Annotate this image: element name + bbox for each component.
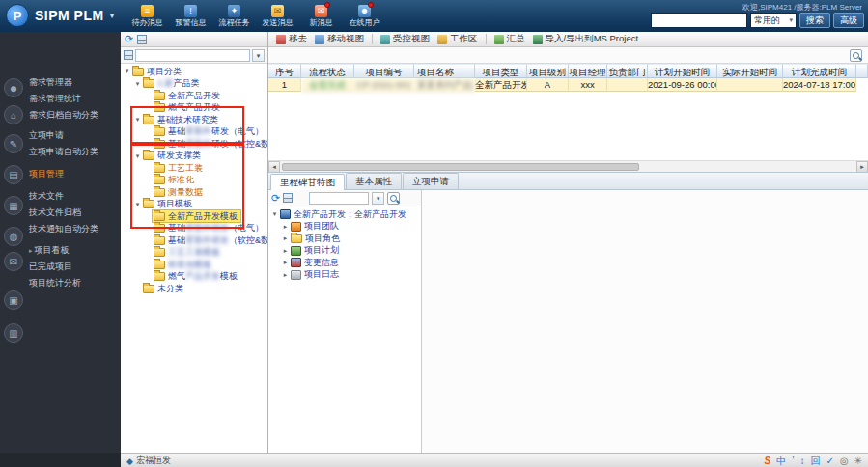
sidebar-item-project-apply-class[interactable]: 立项申请自动分类: [29, 144, 121, 160]
card-icon[interactable]: ▥: [4, 323, 23, 343]
col-header-level[interactable]: 项目级别: [527, 64, 569, 78]
expand-arrow-icon[interactable]: [281, 247, 290, 255]
sidebar-item-finished-projects[interactable]: 已完成项目: [29, 259, 121, 275]
tree-item[interactable]: 工艺工装模板: [121, 247, 267, 260]
tree-item-roles[interactable]: 项目角色: [268, 233, 421, 245]
col-header-plan-start[interactable]: 计划开始时间: [648, 64, 717, 78]
process-tasks-button[interactable]: ✦ 流程任务: [212, 0, 256, 32]
modules-icon[interactable]: ▤: [4, 165, 23, 184]
tree-item-plan[interactable]: 项目计划: [268, 245, 421, 258]
filter-grid-icon[interactable]: [124, 50, 133, 60]
refresh-icon[interactable]: ⟳: [271, 193, 280, 204]
ime-punctuation-icon[interactable]: ’: [792, 456, 794, 466]
tree-item[interactable]: 1:新产品类: [121, 78, 267, 91]
edit-icon[interactable]: ✎: [4, 134, 23, 153]
tree-item-root[interactable]: 项目分类: [121, 66, 267, 78]
expand-arrow-icon[interactable]: [133, 152, 142, 160]
database-icon[interactable]: ▦: [4, 196, 23, 215]
ime-logo-icon[interactable]: S: [765, 456, 771, 466]
sidebar-item-requirement-stats[interactable]: 需求管理统计: [29, 91, 121, 107]
todo-messages-button[interactable]: ≡ 待办消息: [126, 0, 169, 32]
tree-item-team[interactable]: 项目团队: [268, 221, 421, 234]
workspace-button[interactable]: 工作区: [437, 33, 478, 45]
tree-item[interactable]: 未分类: [121, 283, 267, 295]
chevron-down-icon[interactable]: ▾: [252, 49, 265, 62]
advanced-search-button[interactable]: 高级: [833, 13, 864, 28]
tree-search-input[interactable]: [135, 49, 250, 62]
alert-info-button[interactable]: ! 预警信息: [169, 0, 212, 32]
search-button[interactable]: 搜索: [799, 13, 830, 28]
scroll-right-icon[interactable]: ▸: [856, 161, 868, 173]
view-grid-icon[interactable]: [137, 35, 147, 44]
sidebar-item-project-board[interactable]: 项目看板: [29, 242, 121, 259]
col-header-type[interactable]: 项目类型: [475, 64, 527, 78]
sidebar-item-tech-notice-class[interactable]: 技术通知自动分类: [29, 221, 121, 237]
msproject-import-export-button[interactable]: 导入/导出到MS Project: [533, 33, 639, 45]
chevron-down-icon[interactable]: ▾: [110, 11, 115, 20]
sidebar-item-requirement-manager[interactable]: 需求管理器: [29, 74, 121, 91]
tab-milestone-gantt[interactable]: 里程碑甘特图: [270, 174, 345, 190]
view-grid-icon[interactable]: [283, 193, 293, 203]
ime-fullwidth-icon[interactable]: ↕: [799, 456, 804, 466]
tree-item[interactable]: 工艺工装: [121, 162, 267, 175]
globe-icon[interactable]: ◍: [4, 227, 23, 246]
sidebar-item-tech-docs[interactable]: 技术文件: [29, 188, 121, 205]
tree-item[interactable]: 研发支撑类: [121, 151, 267, 163]
tree-item-log[interactable]: 项目日志: [268, 269, 421, 282]
tree-item[interactable]: 标准化: [121, 175, 267, 187]
tab-project-apply[interactable]: 立项申请: [403, 173, 459, 189]
new-messages-button[interactable]: ✉ 新消息: [299, 0, 343, 32]
sidebar-item-project-management[interactable]: 项目管理: [29, 166, 121, 182]
col-header-status[interactable]: 流程状态: [301, 64, 354, 78]
ime-skin-icon[interactable]: ◎: [840, 456, 849, 466]
expand-arrow-icon[interactable]: [133, 201, 142, 208]
col-header-actual-start[interactable]: 实际开始时间: [717, 64, 783, 78]
tree-item[interactable]: 燃气产品开发模板: [121, 271, 267, 284]
remove-button[interactable]: 移去: [276, 33, 307, 45]
search-icon[interactable]: [850, 49, 862, 62]
chevron-down-icon[interactable]: ▾: [372, 192, 384, 205]
search-icon[interactable]: [387, 192, 400, 205]
col-header-plan-end[interactable]: 计划完成时间: [783, 64, 856, 78]
expand-arrow-icon[interactable]: [281, 234, 290, 242]
online-users-button[interactable]: ☻ 在线用户: [343, 0, 386, 32]
app-logo[interactable]: P SIPM PLM ▾: [6, 4, 114, 27]
expand-arrow-icon[interactable]: [281, 223, 290, 231]
detail-search-input[interactable]: [309, 192, 369, 205]
ime-language-icon[interactable]: 中: [776, 456, 786, 466]
col-header-manager[interactable]: 项目经理: [569, 64, 607, 78]
expand-arrow-icon[interactable]: [270, 210, 279, 218]
col-header-dept[interactable]: 负责部门: [607, 64, 648, 78]
search-input[interactable]: [651, 13, 747, 28]
user-icon[interactable]: ☻: [4, 78, 23, 97]
sidebar-item-tech-docs-archive[interactable]: 技术文件归档: [29, 205, 121, 221]
tree-item[interactable]: 标准化模板: [121, 259, 267, 271]
sidebar-item-requirement-archive[interactable]: 需求归档自动分类: [29, 107, 121, 124]
tree-item[interactable]: 项目模板: [121, 199, 267, 211]
tree-item[interactable]: 基础零部件研发（软控&数显）: [121, 234, 267, 247]
tree-item[interactable]: 全新产品开发: [121, 90, 267, 102]
expand-arrow-icon[interactable]: [123, 68, 131, 75]
book-icon[interactable]: ▣: [4, 290, 23, 310]
tree-item-selected[interactable]: 全新产品开发模板: [121, 210, 267, 223]
message-icon[interactable]: ✉: [4, 252, 23, 271]
expand-arrow-icon[interactable]: [281, 271, 290, 279]
col-header-name[interactable]: 项目名称: [414, 64, 475, 78]
controlled-view-button[interactable]: 受控视图: [380, 33, 430, 45]
tab-basic-properties[interactable]: 基本属性: [346, 173, 402, 189]
scroll-left-icon[interactable]: ◂: [268, 161, 280, 173]
sidebar-item-project-stats[interactable]: 项目统计分析: [29, 275, 121, 291]
send-message-button[interactable]: ✉ 发送消息: [256, 0, 299, 32]
expand-arrow-icon[interactable]: [133, 80, 142, 88]
ime-check-icon[interactable]: ✓: [826, 456, 833, 466]
table-row[interactable]: 1 会签完成 CP-2021-001 某某系列产品开发 全新产品开发 A xxx…: [268, 78, 868, 92]
tree-item-changes[interactable]: 变更信息: [268, 257, 421, 269]
search-scope-select[interactable]: 常用的▾: [750, 13, 797, 28]
tree-item-project-root[interactable]: 全新产品开发：全新产品开发: [268, 208, 421, 221]
home-icon[interactable]: ⌂: [4, 105, 23, 124]
tree-item[interactable]: 基础零部件研发（电气）: [121, 126, 267, 139]
move-view-button[interactable]: 移动视图: [315, 33, 364, 45]
scrollbar-thumb[interactable]: [282, 163, 639, 171]
tree-item[interactable]: 燃气产品开发: [121, 102, 267, 115]
ime-emoji-icon[interactable]: 回: [810, 456, 820, 466]
